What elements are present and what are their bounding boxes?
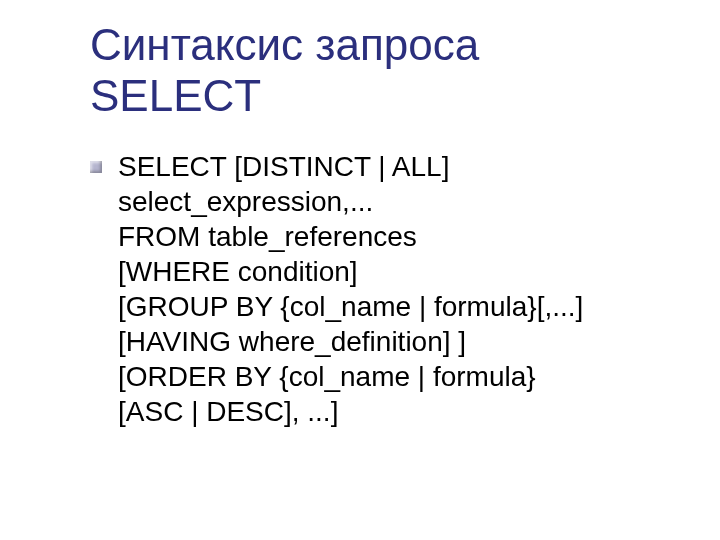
body-line-1: SELECT [DISTINCT | ALL] <box>118 151 449 182</box>
body-line-2: select_expression,... <box>118 186 373 217</box>
body-line-4: [WHERE condition] <box>118 256 358 287</box>
title-line-1: Синтаксис запроса <box>90 20 479 69</box>
body-line-8: [ASC | DESC], ...] <box>118 396 338 427</box>
body-line-3: FROM table_references <box>118 221 417 252</box>
bullet-item: SELECT [DISTINCT | ALL] select_expressio… <box>90 149 670 429</box>
slide-body: SELECT [DISTINCT | ALL] select_expressio… <box>90 149 670 429</box>
body-line-7: [ORDER BY {col_name | formula} <box>118 361 536 392</box>
title-line-2: SELECT <box>90 71 261 120</box>
body-line-6: [HAVING where_definition] ] <box>118 326 466 357</box>
body-line-5: [GROUP BY {col_name | formula}[,...] <box>118 291 583 322</box>
slide: Синтаксис запроса SELECT SELECT [DISTINC… <box>0 0 720 540</box>
slide-title: Синтаксис запроса SELECT <box>90 20 670 121</box>
